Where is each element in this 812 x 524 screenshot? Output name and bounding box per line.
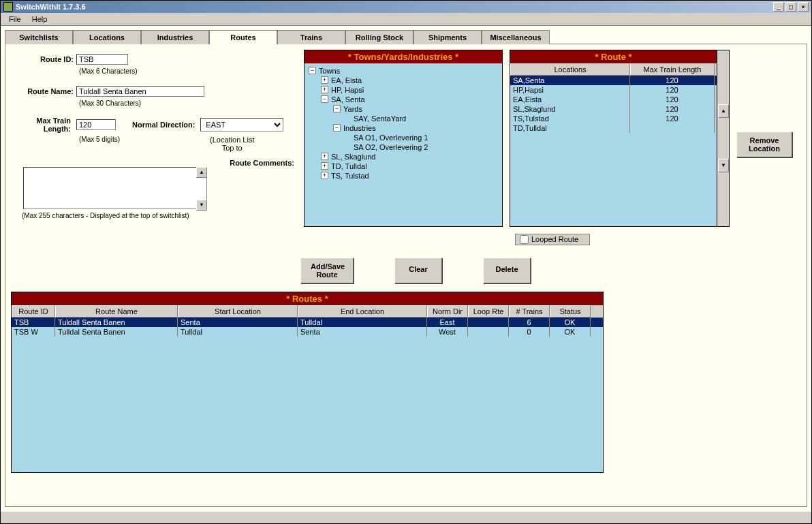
minus-icon[interactable]: − (333, 124, 341, 132)
looped-route-label: Looped Route (531, 235, 578, 243)
looped-route-checkbox[interactable] (520, 235, 529, 244)
plus-icon[interactable]: + (321, 172, 328, 179)
routes-grid: * Routes * Route ID Route Name Start Loc… (11, 292, 604, 473)
route-move-up[interactable]: ▲ (718, 104, 729, 118)
tab-miscellaneous[interactable]: Miscellaneous (482, 30, 550, 44)
route-row[interactable]: TD,Tulldal (510, 123, 717, 133)
plus-icon[interactable]: + (321, 86, 328, 93)
tree-td[interactable]: +TD, Tulldal (309, 161, 498, 171)
route-col-length[interactable]: Max Train Length (630, 63, 715, 76)
content-area: Switchlists Locations Industries Routes … (1, 26, 811, 511)
route-name-label: Route Name: (11, 87, 76, 95)
comments-label: Route Comments: (34, 159, 297, 167)
routes-list-row[interactable]: TSBTuldall Senta BanenSentaTulldalEast6O… (12, 318, 603, 327)
plus-icon[interactable]: + (321, 76, 328, 84)
tree-root[interactable]: −Towns (309, 66, 498, 76)
minimize-button[interactable]: _ (773, 2, 784, 12)
col-loop-rte[interactable]: Loop Rte (468, 305, 509, 318)
routes-list-row[interactable]: TSB WTulldal Senta BanenTulldalSentaWest… (12, 327, 603, 337)
col-end-location[interactable]: End Location (298, 305, 427, 318)
tree-sa[interactable]: −SA, Senta (309, 95, 498, 104)
tree-sl[interactable]: +SL, Skaglund (309, 152, 498, 161)
route-row[interactable]: SL,Skaglund120 (510, 104, 717, 114)
close-button[interactable]: × (798, 2, 809, 12)
app-icon (3, 2, 13, 12)
minus-icon[interactable]: − (321, 95, 328, 103)
route-move-down[interactable]: ▼ (718, 159, 729, 172)
tab-body: Route ID: (Max 6 Characters) Route Name:… (5, 44, 807, 507)
routes-grid-title: * Routes * (12, 292, 603, 305)
comments-scroll-up[interactable]: ▲ (196, 167, 207, 178)
route-id-label: Route ID: (11, 55, 76, 63)
statusbar (1, 511, 811, 523)
max-train-label-2: Length: (11, 125, 74, 133)
clear-button[interactable]: Clear (394, 258, 442, 283)
route-cell-loc: TS,Tulstad (510, 114, 630, 123)
col-route-name[interactable]: Route Name (55, 305, 178, 318)
route-cell-loc: SA,Senta (510, 76, 630, 85)
tree-hp[interactable]: +HP, Hapsi (309, 85, 498, 95)
tree-sa-ind-2[interactable]: SA O2, Overlevering 2 (309, 142, 498, 152)
tab-switchlists[interactable]: Switchlists (5, 30, 73, 44)
route-row[interactable]: SA,Senta120 (510, 76, 717, 85)
tree-sa-ind-1[interactable]: SA O1, Overlevering 1 (309, 133, 498, 142)
route-cell-loc: TD,Tulldal (510, 123, 630, 133)
route-cell-len: 120 (630, 85, 715, 95)
route-panel-title: * Route * (510, 50, 717, 63)
route-name-input[interactable] (76, 86, 204, 97)
col-trains[interactable]: # Trains (509, 305, 550, 318)
route-cell-len: 120 (630, 76, 715, 85)
tab-locations[interactable]: Locations (73, 30, 141, 44)
route-cell-loc: EA,Eista (510, 95, 630, 104)
direction-hint-1: (Location List (210, 136, 254, 144)
col-route-id[interactable]: Route ID (12, 305, 55, 318)
minus-icon[interactable]: − (309, 67, 316, 74)
max-train-hint: (Max 5 digits) (79, 136, 120, 152)
max-train-length-input[interactable] (76, 119, 116, 130)
col-start-location[interactable]: Start Location (178, 305, 298, 318)
tree-ea[interactable]: +EA, Eista (309, 76, 498, 85)
tabs: Switchlists Locations Industries Routes … (5, 30, 807, 44)
menubar: File Help (1, 13, 811, 25)
col-status[interactable]: Status (550, 305, 591, 318)
comments-textarea[interactable] (23, 167, 207, 209)
route-cell-loc: SL,Skaglund (510, 104, 630, 114)
towns-panel: * Towns/Yards/Industries * −Towns +EA, E… (304, 50, 503, 227)
maximize-button[interactable]: □ (785, 2, 796, 12)
route-form: Route ID: (Max 6 Characters) Route Name:… (11, 50, 297, 245)
route-id-input[interactable] (76, 54, 128, 65)
direction-select[interactable]: EAST (200, 118, 283, 132)
tab-rolling-stock[interactable]: Rolling Stock (345, 30, 413, 44)
direction-hint-2: Top to (210, 144, 254, 152)
towns-panel-title: * Towns/Yards/Industries * (304, 50, 502, 63)
add-save-route-button[interactable]: Add/Save Route (300, 258, 354, 283)
tree-sa-industries[interactable]: −Industries (309, 123, 498, 133)
titlebar: SwitchWithIt 1.7.3.6 _ □ × (1, 1, 811, 13)
route-row[interactable]: HP,Hapsi120 (510, 85, 717, 95)
minus-icon[interactable]: − (333, 105, 341, 112)
comments-hint: (Max 255 characters - Displayed at the t… (22, 212, 297, 219)
remove-location-button[interactable]: Remove Location (736, 132, 792, 157)
tab-trains[interactable]: Trains (277, 30, 345, 44)
tree-sa-yards[interactable]: −Yards (309, 104, 498, 114)
tab-shipments[interactable]: Shipments (413, 30, 482, 44)
route-cell-len (630, 123, 715, 133)
route-name-hint: (Max 30 Characters) (79, 99, 297, 107)
window-title: SwitchWithIt 1.7.3.6 (16, 3, 773, 11)
max-train-label-1: Max Train (11, 117, 74, 125)
plus-icon[interactable]: + (321, 153, 328, 160)
menu-file[interactable]: File (3, 15, 27, 23)
route-col-locations[interactable]: Locations (510, 63, 630, 76)
menu-help[interactable]: Help (27, 15, 53, 23)
tab-industries[interactable]: Industries (141, 30, 209, 44)
delete-button[interactable]: Delete (483, 258, 531, 283)
tree-sa-yard-say[interactable]: SAY, SentaYard (309, 114, 498, 123)
route-row[interactable]: TS,Tulstad120 (510, 114, 717, 123)
route-cell-len: 120 (630, 114, 715, 123)
route-row[interactable]: EA,Eista120 (510, 95, 717, 104)
tree-ts[interactable]: +TS, Tulstad (309, 171, 498, 181)
col-norm-dir[interactable]: Norm Dir (427, 305, 468, 318)
tab-routes[interactable]: Routes (209, 30, 277, 44)
plus-icon[interactable]: + (321, 162, 328, 170)
comments-scroll-down[interactable]: ▼ (196, 200, 207, 211)
